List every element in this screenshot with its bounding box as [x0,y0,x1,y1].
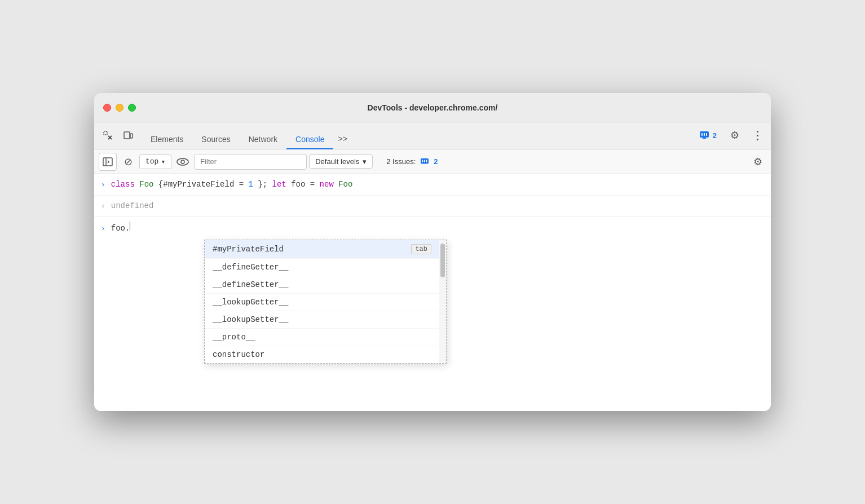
autocomplete-tab-hint-0: tab [411,244,431,254]
svg-rect-7 [103,158,112,166]
console-current-input: foo. [111,224,130,233]
autocomplete-wrapper: #myPrivateField tab __defineGetter__ __d… [205,240,446,363]
console-result-1: undefined [111,200,154,212]
close-button[interactable] [103,104,111,112]
console-input-line[interactable]: › foo. #myPrivateField tab __defineGette… [94,217,771,237]
issues-badge: 2 [434,157,438,166]
autocomplete-item-name-0: #myPrivateField [213,245,284,254]
cursor [130,222,130,231]
autocomplete-item-3[interactable]: __lookupGetter__ [205,294,439,311]
devtools-left-icons [99,126,137,149]
svg-point-9 [181,160,184,163]
autocomplete-item-name-4: __lookupSetter__ [213,315,288,324]
svg-rect-0 [104,131,107,135]
maximize-button[interactable] [128,104,136,112]
autocomplete-item-name-5: __proto__ [213,333,255,342]
traffic-lights [103,104,136,112]
levels-arrow-icon: ▾ [363,157,367,166]
more-options-button[interactable]: ⋮ [748,126,766,144]
svg-rect-5 [704,133,705,136]
context-label: top [145,157,158,166]
console-code-1: class Foo {#myPrivateField = 1 }; let fo… [111,179,353,191]
tab-console[interactable]: Console [286,130,333,149]
live-expressions-button[interactable] [174,153,192,171]
console-entry-2: ‹ undefined [94,196,771,217]
svg-rect-1 [124,132,130,139]
issues-chat-icon [699,131,709,140]
sidebar-toggle-button[interactable] [99,153,117,171]
console-arrow-left-1: ‹ [101,201,105,212]
filter-input[interactable] [194,154,307,170]
svg-rect-12 [424,160,425,162]
autocomplete-item-2[interactable]: __defineSetter__ [205,276,439,294]
device-toolbar-icon[interactable] [119,126,137,144]
issues-count-button[interactable]: 2 Issues: 2 [379,155,444,168]
issues-badge-button[interactable]: 2 [695,129,721,142]
autocomplete-item-5[interactable]: __proto__ [205,329,439,346]
autocomplete-item-1[interactable]: __defineGetter__ [205,259,439,276]
devtools-window: DevTools - developer.chrome.com/ El [94,93,771,411]
sidebar-toggle-icon [103,157,113,166]
console-arrow-right-1: › [101,179,105,191]
tabs-right-controls: 2 ⚙ ⋮ [695,126,766,149]
tab-network[interactable]: Network [240,130,286,149]
issues-icon [420,158,429,166]
devtools-tab-bar: Elements Sources Network Console >> 2 [94,122,771,149]
autocomplete-scrollbar[interactable] [439,240,446,363]
console-settings-button[interactable]: ⚙ [749,153,766,170]
svg-rect-6 [706,133,707,136]
clear-console-button[interactable]: ⊘ [119,153,137,171]
issues-label: 2 Issues: [386,157,416,166]
more-tabs-button[interactable]: >> [333,130,351,149]
console-toolbar: ⊘ top ▾ Default levels ▾ 2 Issues: [94,149,771,174]
context-dropdown-icon: ▾ [161,157,165,166]
autocomplete-item-name-6: constructor [213,350,264,359]
autocomplete-item-name-3: __lookupGetter__ [213,298,288,307]
svg-point-8 [177,158,188,165]
console-arrow-right-2: › [101,224,105,233]
console-entry-1: › class Foo {#myPrivateField = 1 }; let … [94,174,771,196]
title-bar: DevTools - developer.chrome.com/ [94,93,771,122]
svg-rect-13 [426,160,427,162]
levels-label: Default levels [315,157,359,166]
autocomplete-list: #myPrivateField tab __defineGetter__ __d… [205,240,439,363]
autocomplete-item-0[interactable]: #myPrivateField tab [205,240,439,259]
autocomplete-item-name-2: __defineSetter__ [213,280,288,289]
tab-elements[interactable]: Elements [142,130,192,149]
inspect-element-icon[interactable] [99,126,117,144]
console-output: › class Foo {#myPrivateField = 1 }; let … [94,174,771,411]
autocomplete-dropdown[interactable]: #myPrivateField tab __defineGetter__ __d… [204,240,447,364]
autocomplete-item-4[interactable]: __lookupSetter__ [205,311,439,329]
svg-rect-2 [130,134,133,138]
scrollbar-thumb [440,244,445,277]
context-selector-button[interactable]: top ▾ [139,154,171,169]
log-levels-button[interactable]: Default levels ▾ [309,154,373,169]
minimize-button[interactable] [116,104,123,112]
settings-button[interactable]: ⚙ [726,126,744,144]
autocomplete-item-6[interactable]: constructor [205,346,439,363]
tab-sources[interactable]: Sources [192,130,239,149]
svg-rect-4 [701,133,703,136]
window-title: DevTools - developer.chrome.com/ [368,103,498,112]
autocomplete-item-name-1: __defineGetter__ [213,263,288,272]
eye-icon [176,157,189,167]
svg-rect-11 [422,160,423,162]
